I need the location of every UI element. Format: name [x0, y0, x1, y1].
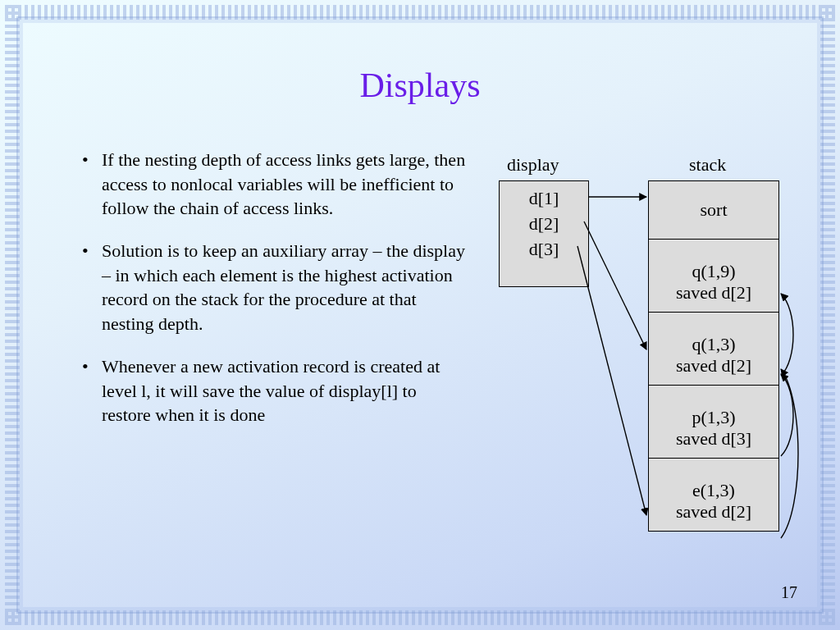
slide-title: Displays — [0, 66, 840, 105]
svg-line-1 — [584, 221, 646, 349]
body-text: If the nesting depth of access links get… — [82, 148, 468, 445]
page-number: 17 — [781, 583, 797, 602]
svg-line-2 — [578, 246, 646, 515]
bullet-item: Solution is to keep an auxiliary array –… — [82, 239, 468, 336]
bullet-item: If the nesting depth of access links get… — [82, 148, 468, 221]
diagram: display stack d[1] d[2] d[3] sort q(1,9)… — [492, 154, 804, 573]
slide: Displays If the nesting depth of access … — [0, 0, 840, 630]
bullet-item: Whenever a new activation record is crea… — [82, 354, 468, 427]
diagram-arrows — [492, 154, 804, 573]
